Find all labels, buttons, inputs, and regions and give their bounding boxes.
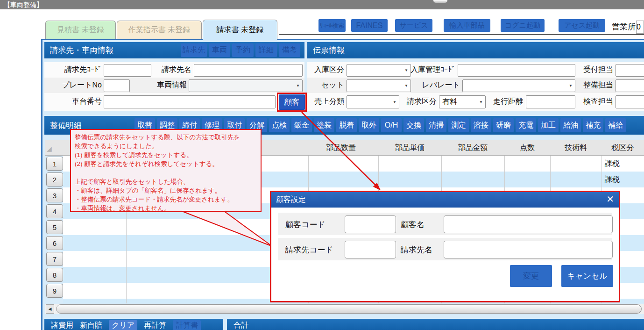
clear-button[interactable]: クリア (109, 320, 137, 330)
close-icon[interactable]: ✕ (606, 194, 614, 205)
row-number[interactable]: 9 (46, 284, 63, 298)
op-label: 給油 (563, 121, 578, 130)
op-button-weld[interactable]: 溶接 (471, 118, 491, 132)
customer-name-input[interactable] (444, 215, 613, 233)
customer-code-label: 顧客コード (285, 219, 326, 230)
reservation-button[interactable]: 予約 (232, 43, 254, 57)
set-dropdown[interactable]: ▼ (347, 79, 411, 92)
storage-code-input[interactable] (458, 64, 575, 77)
col-labor-fee[interactable]: 技術料 (550, 140, 602, 156)
vehicle-info-label: 車両情報 (145, 79, 187, 92)
op-button-paint[interactable]: 塗装 (314, 118, 334, 132)
recalculate-button[interactable]: 再計算 (144, 321, 166, 330)
inspector-staff-label: 検査担当 (581, 95, 613, 108)
op-button-machining[interactable]: 加工 (538, 118, 559, 132)
tooltip-line: (1) 顧客を検索して請求先をセットする。 (75, 151, 257, 159)
op-button-refill[interactable]: 補充 (583, 118, 603, 132)
col-points[interactable]: 点数 (504, 140, 550, 156)
faines-button[interactable]: FAINES (351, 19, 388, 32)
cancel-button[interactable]: キャンセル (561, 265, 613, 287)
row-number[interactable]: 4 (46, 204, 63, 218)
slip-panel-title: 伝票情報 (313, 45, 345, 56)
op-button-inspect[interactable]: 点検 (269, 118, 290, 132)
tab-invoice[interactable]: 請求書 未登録 (203, 20, 277, 40)
row-number[interactable]: 5 (46, 220, 63, 234)
op-button-sheetmetal[interactable]: 鈑金 (291, 118, 312, 132)
vehicle-button[interactable]: 車両 (209, 43, 230, 57)
select-all-triangle-icon[interactable]: ◢ (47, 145, 52, 152)
new-liability-button[interactable]: 新自賠 (80, 321, 102, 330)
office-input[interactable]: 0 (636, 21, 644, 34)
faines-label: FAINES (356, 22, 383, 30)
row-number[interactable]: 2 (46, 172, 63, 187)
service-button[interactable]: サービス (395, 19, 432, 32)
customer-code-input[interactable] (345, 215, 396, 233)
op-button-refuel[interactable]: 給油 (560, 118, 581, 132)
tab-work-order[interactable]: 作業指示書 未登録 (117, 21, 202, 39)
billing-code-input[interactable] (104, 64, 151, 77)
col-parts-qty[interactable]: 部品数量 (304, 140, 378, 156)
op-button-clean[interactable]: 清掃 (426, 118, 446, 132)
op-button-exchange[interactable]: 交換 (403, 118, 424, 132)
scrollbar-thumb[interactable] (56, 304, 642, 314)
op-label: 補充 (586, 121, 601, 130)
billing-dest-button[interactable]: 請求先 (181, 43, 207, 57)
op-button-charge[interactable]: 充電 (516, 118, 536, 132)
sales-class-dropdown[interactable]: ▼ (347, 95, 399, 108)
vehicle-info-dropdown[interactable]: ▼ (189, 79, 303, 92)
calc-sheet-button[interactable]: 計算書 (173, 320, 201, 330)
remarks-button[interactable]: 備考 (279, 43, 300, 57)
labor-rate-dropdown[interactable]: ▼ (462, 79, 575, 92)
total-label: 合計 (234, 321, 248, 330)
annotation-tooltip: 整備伝票の請求先をセットする際、以下の方法で取引先を 検索できるようにしました。… (70, 129, 262, 212)
tooltip-line: (2) 顧客と請求先をそれぞれ検索してセットする。 (75, 159, 257, 168)
window-title: 【車両整備】 (4, 1, 43, 8)
op-button-replenish[interactable]: 補給 (605, 118, 626, 132)
change-button-label: 変更 (523, 271, 539, 281)
dropdown-arrow-icon: ▼ (404, 84, 408, 88)
dialog-billing-code-input[interactable] (345, 241, 396, 258)
op-button-remove-install[interactable]: 脱着 (336, 118, 357, 132)
service-label: サービス (399, 21, 428, 30)
recall-search-button[interactable]: ﾘｺｰﾙ検索 (318, 19, 346, 32)
dialog-titlebar: 顧客設定 (271, 192, 619, 208)
import-parts-button[interactable]: 輸入車部品 (444, 19, 490, 32)
cogni-launch-button[interactable]: コグニ起動 (501, 19, 545, 32)
mechanic-staff-label: 整備担当 (581, 79, 613, 92)
reception-staff-input[interactable] (616, 64, 644, 77)
op-button-overhaul[interactable]: O/H (381, 118, 402, 132)
footer-left-bar: 諸費用 新自賠 クリア 再計算 計算書 (44, 319, 223, 330)
row-number[interactable]: 1 (46, 157, 63, 171)
row-number[interactable]: 3 (46, 188, 63, 202)
row-number[interactable]: 7 (46, 252, 63, 266)
op-button-polish[interactable]: 研磨 (493, 118, 514, 132)
row-number[interactable]: 6 (46, 236, 63, 250)
change-button[interactable]: 変更 (510, 265, 552, 287)
tab-estimate-label: 見積書 未登録 (57, 25, 104, 35)
mileage-input[interactable] (526, 95, 575, 108)
customer-button[interactable]: 顧客 (279, 94, 305, 110)
scroll-left-icon[interactable]: ◀ (46, 304, 54, 314)
storage-type-dropdown[interactable]: ▼ (347, 64, 411, 77)
customer-name-label: 顧客名 (401, 219, 425, 230)
misc-fees-button[interactable]: 諸費用 (51, 321, 73, 330)
billing-name-input[interactable] (194, 64, 303, 77)
customer-button-label: 顧客 (284, 97, 300, 108)
op-label: 交換 (406, 121, 421, 130)
col-parts-amount[interactable]: 部品金額 (441, 140, 504, 156)
op-button-measure[interactable]: 測定 (448, 118, 469, 132)
tab-estimate[interactable]: 見積書 未登録 (45, 21, 116, 39)
row-number[interactable]: 8 (46, 268, 63, 282)
assess-launch-button[interactable]: アセス起動 (559, 19, 605, 32)
op-label: 加工 (541, 121, 556, 130)
mechanic-staff-input[interactable] (616, 79, 644, 92)
chassis-no-input[interactable] (104, 95, 276, 108)
col-parts-unit-price[interactable]: 部品単価 (378, 140, 441, 156)
detail-button[interactable]: 詳細 (255, 43, 277, 57)
billing-class-dropdown[interactable]: 有料▼ (439, 95, 486, 108)
inspector-staff-input[interactable] (616, 95, 644, 108)
op-button-removal[interactable]: 取外 (359, 118, 379, 132)
plate-no-input[interactable] (104, 79, 130, 92)
col-tax-class[interactable]: 税区分 (602, 140, 644, 156)
dialog-billing-name-input[interactable] (444, 241, 613, 258)
